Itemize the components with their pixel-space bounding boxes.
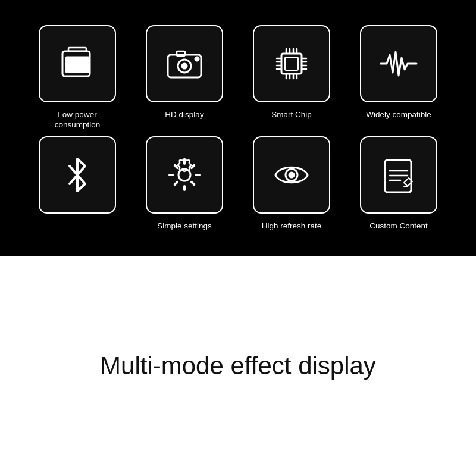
waveform-icon	[378, 43, 419, 84]
low-power-label: Low power consumption	[39, 109, 116, 130]
feature-item-simple-settings: Simple settings	[137, 136, 232, 231]
simple-settings-icon-box	[146, 136, 223, 214]
svg-point-30	[289, 173, 294, 177]
feature-item-low-power: Low power consumption	[30, 25, 125, 130]
feature-item-bluetooth	[30, 136, 125, 231]
svg-rect-8	[177, 51, 185, 56]
hd-display-icon-box	[146, 25, 223, 102]
document-edit-icon	[378, 154, 419, 196]
top-section: Low power consumption HD display	[0, 0, 476, 256]
high-refresh-label: High refresh rate	[262, 221, 322, 231]
widely-compatible-label: Widely compatible	[366, 109, 431, 120]
bluetooth-icon	[57, 154, 98, 196]
bottom-section: Multi-mode effect display	[0, 256, 476, 476]
feature-item-smart-chip: Smart Chip	[244, 25, 339, 130]
hd-display-label: HD display	[165, 109, 203, 120]
chip-icon	[271, 43, 312, 84]
gear-icon	[164, 154, 205, 196]
custom-content-label: Custom Content	[369, 221, 428, 231]
svg-rect-2	[66, 68, 89, 72]
feature-item-high-refresh: High refresh rate	[244, 136, 339, 231]
svg-rect-11	[285, 57, 298, 70]
battery-icon	[57, 43, 98, 84]
widely-compatible-icon-box	[360, 25, 437, 102]
smart-chip-label: Smart Chip	[271, 109, 312, 120]
camera-icon	[164, 43, 205, 84]
feature-item-widely-compatible: Widely compatible	[351, 25, 446, 130]
low-power-icon-box	[39, 25, 116, 102]
feature-grid: Low power consumption HD display	[18, 7, 458, 249]
feature-item-hd-display: HD display	[137, 25, 232, 130]
svg-point-9	[195, 57, 199, 61]
eye-icon	[271, 154, 312, 196]
simple-settings-label: Simple settings	[157, 221, 212, 231]
high-refresh-icon-box	[253, 136, 330, 214]
smart-chip-icon-box	[253, 25, 330, 102]
bottom-title: Multi-mode effect display	[100, 352, 376, 380]
bluetooth-icon-box	[39, 136, 116, 214]
svg-rect-3	[66, 62, 89, 67]
svg-point-7	[182, 64, 187, 68]
feature-item-custom-content: Custom Content	[351, 136, 446, 231]
custom-content-icon-box	[360, 136, 437, 214]
svg-rect-4	[66, 57, 89, 61]
svg-rect-1	[68, 48, 86, 51]
